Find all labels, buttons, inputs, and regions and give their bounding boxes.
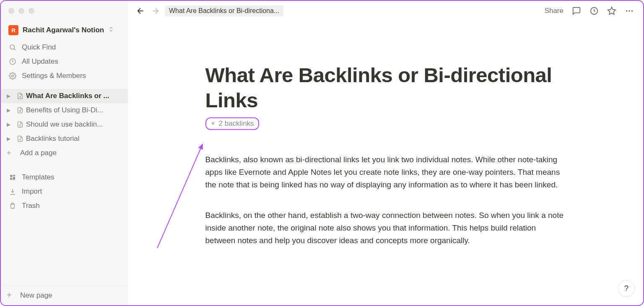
- plus-icon: +: [7, 290, 15, 300]
- breadcrumb[interactable]: What Are Backlinks or Bi-directiona...: [165, 5, 283, 16]
- svg-point-7: [631, 10, 633, 12]
- import-label: Import: [22, 187, 42, 196]
- sidebar-page-tutorial[interactable]: ▶ Backlinks tutorial: [1, 132, 128, 146]
- workspace-icon: R: [8, 25, 18, 35]
- svg-marker-4: [608, 7, 615, 14]
- clock-icon: [8, 57, 17, 66]
- paragraph[interactable]: Backlinks, on the other hand, establish …: [205, 209, 566, 247]
- arrow-down-left-icon: [210, 119, 216, 128]
- main-panel: What Are Backlinks or Bi-directiona... S…: [128, 1, 643, 305]
- page-icon: [16, 107, 24, 114]
- chevron-up-down-icon: [108, 26, 114, 34]
- page-content: What Are Backlinks or Bi-directional Lin…: [193, 21, 579, 272]
- trash-label: Trash: [22, 202, 40, 210]
- new-page-label: New page: [20, 291, 52, 300]
- all-updates[interactable]: All Updates: [3, 54, 125, 69]
- page-label: Should we use backlin...: [26, 120, 103, 129]
- sidebar-page-should-use[interactable]: ▶ Should we use backlin...: [1, 117, 128, 132]
- page-icon: [16, 135, 24, 142]
- settings-label: Settings & Members: [22, 72, 86, 80]
- quick-find-label: Quick Find: [22, 43, 56, 52]
- forward-button[interactable]: [150, 5, 161, 17]
- download-icon: [8, 187, 17, 196]
- search-icon: [8, 43, 17, 52]
- maximize-window-dot[interactable]: [29, 8, 34, 14]
- svg-point-6: [628, 10, 630, 12]
- close-window-dot[interactable]: [8, 8, 14, 14]
- templates-icon: [8, 173, 17, 182]
- backlinks-label: 2 backlinks: [219, 119, 254, 128]
- svg-point-2: [12, 75, 14, 77]
- page-label: What Are Backlinks or ...: [26, 92, 109, 100]
- page-icon: [16, 121, 24, 128]
- back-button[interactable]: [135, 5, 146, 17]
- add-page-label: Add a page: [20, 149, 57, 157]
- quick-find[interactable]: Quick Find: [3, 40, 125, 54]
- updates-icon[interactable]: [587, 4, 601, 18]
- page-title[interactable]: What Are Backlinks or Bi-directional Lin…: [205, 63, 566, 113]
- svg-point-5: [626, 10, 628, 12]
- backlinks-count[interactable]: 2 backlinks: [205, 117, 259, 130]
- all-updates-label: All Updates: [22, 57, 58, 66]
- add-page[interactable]: + Add a page: [1, 146, 128, 160]
- chevron-right-icon[interactable]: ▶: [7, 122, 14, 127]
- trash[interactable]: Trash: [3, 199, 125, 213]
- topbar: What Are Backlinks or Bi-directiona... S…: [128, 1, 643, 21]
- chevron-right-icon[interactable]: ▶: [7, 107, 14, 113]
- templates-label: Templates: [22, 173, 54, 182]
- chevron-right-icon[interactable]: ▶: [7, 93, 14, 99]
- favorite-star-icon[interactable]: [605, 4, 619, 18]
- plus-icon: +: [7, 149, 15, 158]
- workspace-name: Rachit Agarwal's Notion: [23, 26, 104, 34]
- comments-icon[interactable]: [569, 4, 584, 18]
- help-button[interactable]: ?: [618, 280, 635, 297]
- gear-icon: [8, 72, 17, 80]
- page-label: Benefits of Using Bi-Di...: [26, 106, 103, 114]
- trash-icon: [8, 202, 17, 210]
- chevron-right-icon[interactable]: ▶: [7, 136, 14, 142]
- templates[interactable]: Templates: [3, 170, 125, 184]
- share-button[interactable]: Share: [542, 7, 566, 15]
- sidebar-page-benefits[interactable]: ▶ Benefits of Using Bi-Di...: [1, 103, 128, 117]
- new-page-button[interactable]: + New page: [1, 285, 128, 305]
- import[interactable]: Import: [3, 184, 125, 199]
- page-label: Backlinks tutorial: [26, 135, 80, 143]
- page-icon: [16, 93, 24, 99]
- workspace-switcher[interactable]: R Rachit Agarwal's Notion: [1, 23, 128, 37]
- sidebar: R Rachit Agarwal's Notion Quick Find All…: [1, 1, 128, 305]
- more-menu-icon[interactable]: [622, 4, 636, 18]
- svg-point-0: [10, 45, 15, 49]
- minimize-window-dot[interactable]: [18, 8, 24, 14]
- page-body[interactable]: Backlinks, also known as bi-directional …: [205, 153, 566, 247]
- window-controls: [1, 1, 128, 21]
- settings-members[interactable]: Settings & Members: [3, 69, 125, 83]
- paragraph[interactable]: Backlinks, also known as bi-directional …: [205, 153, 566, 192]
- sidebar-page-backlinks-definition[interactable]: ▶ What Are Backlinks or ...: [1, 89, 128, 103]
